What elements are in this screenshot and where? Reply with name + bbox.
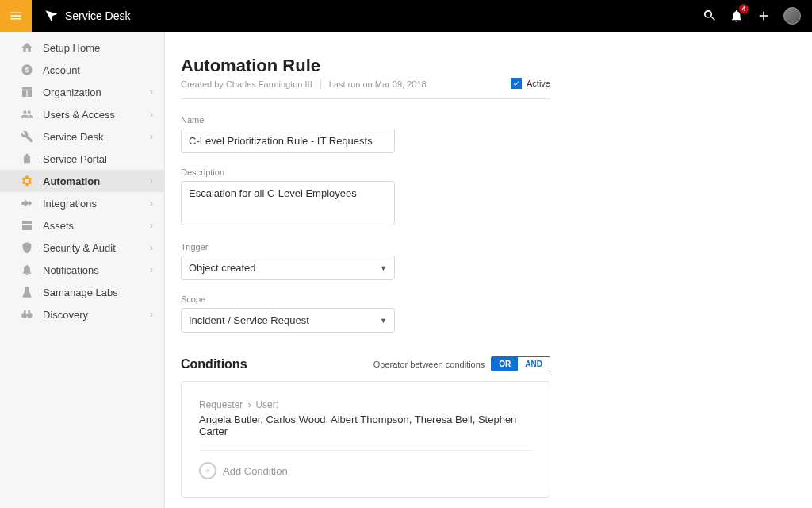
sidebar-item-service-desk[interactable]: Service Desk › [0,125,164,148]
active-label: Active [527,79,550,88]
active-checkbox[interactable]: Active [511,78,550,89]
field-label: Scope [181,294,550,304]
name-input[interactable] [181,129,395,153]
add-button[interactable] [756,9,771,23]
svg-rect-5 [28,310,30,314]
sidebar: Setup Home $ Account Organization › User… [0,32,165,508]
notifications-button[interactable]: 4 [730,9,744,23]
users-icon [19,108,35,121]
sidebar-item-label: Automation [43,175,150,187]
field-label: Name [181,115,550,125]
operator-or-button[interactable]: OR [492,357,518,371]
trigger-select[interactable]: Object created ▼ [181,256,395,280]
sidebar-item-security-audit[interactable]: Security & Audit › [0,237,164,259]
binoculars-icon [19,308,35,321]
sidebar-item-label: Service Portal [43,153,153,165]
conditions-card: Requester›User: Angela Butler, Carlos Wo… [181,381,550,498]
main-content: Automation Rule Created by Charles Farmi… [165,32,812,508]
select-value: Object created [189,262,256,274]
page-title: Automation Rule [181,56,550,76]
sidebar-item-samanage-labs[interactable]: Samanage Labs [0,281,164,303]
caret-down-icon: ▼ [380,264,387,272]
sidebar-item-label: Security & Audit [43,242,150,254]
field-name: Name [181,115,550,153]
field-scope: Scope Incident / Service Request ▼ [181,294,550,333]
avatar[interactable] [783,7,801,25]
add-condition-label: Add Condition [223,465,288,477]
sidebar-item-label: Account [43,64,153,76]
notification-badge: 4 [739,4,749,13]
hamburger-menu[interactable] [0,0,32,32]
field-description: Description Escalation for all C-Level E… [181,167,550,228]
chevron-right-icon: › [150,242,153,253]
sidebar-item-assets[interactable]: Assets › [0,214,164,237]
home-icon [19,41,35,54]
sidebar-item-label: Service Desk [43,131,150,143]
wrench-icon [19,130,35,143]
sidebar-item-service-portal[interactable]: Service Portal [0,148,164,170]
page-header: Automation Rule Created by Charles Farmi… [181,56,550,99]
sidebar-item-discovery[interactable]: Discovery › [0,303,164,325]
brand-logo-icon [44,9,59,23]
field-trigger: Trigger Object created ▼ [181,242,550,280]
sidebar-item-label: Users & Access [43,109,150,121]
chevron-right-icon: › [150,131,153,142]
portal-icon [19,152,35,165]
operator-label: Operator between conditions [373,360,485,369]
sidebar-item-label: Organization [43,87,150,98]
add-condition-button[interactable]: Add Condition [199,462,532,479]
dollar-icon: $ [19,64,35,76]
hamburger-icon [9,9,23,23]
plus-icon [756,9,771,23]
chevron-right-icon: › [150,175,153,187]
sidebar-item-users-access[interactable]: Users & Access › [0,103,164,125]
condition-value: Angela Butler, Carlos Wood, Albert Thomp… [199,414,532,451]
operator-segment: Operator between conditions OR AND [373,356,550,371]
scope-select[interactable]: Incident / Service Request ▼ [181,308,395,333]
sidebar-item-label: Integrations [43,198,150,210]
condition-breadcrumb: Requester›User: [199,399,532,410]
flask-icon [19,286,35,298]
operator-and-button[interactable]: AND [518,357,550,371]
brand-label: Service Desk [65,10,130,22]
search-icon [703,9,717,23]
organization-icon [19,86,35,98]
brand: Service Desk [32,9,130,23]
svg-rect-4 [24,310,26,314]
sidebar-item-label: Notifications [43,264,150,276]
conditions-header: Conditions Operator between conditions O… [181,356,550,371]
arrows-icon [19,197,35,210]
sidebar-item-organization[interactable]: Organization › [0,81,164,103]
operator-toggle: OR AND [491,356,550,371]
svg-text:$: $ [25,66,29,74]
chevron-right-icon: › [150,87,153,98]
sidebar-item-label: Assets [43,220,150,232]
chevron-right-icon: › [150,109,153,120]
topbar: Service Desk 4 [0,0,812,32]
page-meta: Created by Charles Farmington III Last r… [181,79,550,89]
caret-down-icon: ▼ [380,317,387,325]
box-icon [19,219,35,232]
select-value: Incident / Service Request [189,314,309,326]
svg-point-3 [27,313,33,318]
sidebar-item-notifications[interactable]: Notifications › [0,259,164,281]
sidebar-item-integrations[interactable]: Integrations › [0,192,164,214]
sidebar-item-account[interactable]: $ Account [0,59,164,81]
plus-circle-icon [199,462,216,479]
last-run: Last run on Mar 09, 2018 [329,79,427,89]
field-label: Description [181,167,550,177]
top-actions: 4 [703,7,812,25]
sidebar-item-setup-home[interactable]: Setup Home [0,37,164,59]
bell-outline-icon [19,264,35,276]
sidebar-item-automation[interactable]: Automation › [0,170,164,192]
svg-point-2 [21,313,27,318]
created-by: Created by Charles Farmington III [181,79,312,89]
sidebar-item-label: Discovery [43,309,150,321]
chevron-right-icon: › [150,309,153,320]
shield-icon [19,241,35,254]
chevron-right-icon: › [150,220,153,231]
description-textarea[interactable]: Escalation for all C-Level Employees [181,181,395,225]
checkbox-checked-icon [511,78,522,89]
search-button[interactable] [703,9,717,23]
sidebar-item-label: Setup Home [43,42,153,54]
